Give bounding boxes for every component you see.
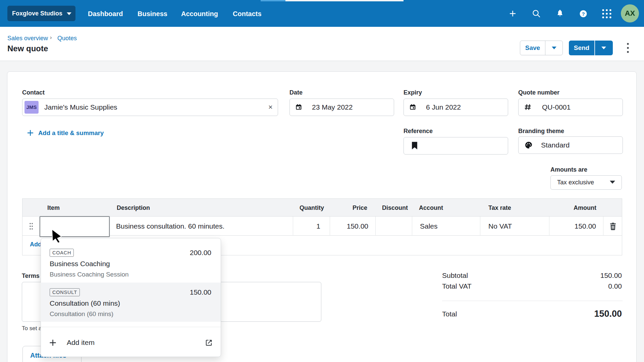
svg-text:?: ?	[582, 11, 585, 17]
